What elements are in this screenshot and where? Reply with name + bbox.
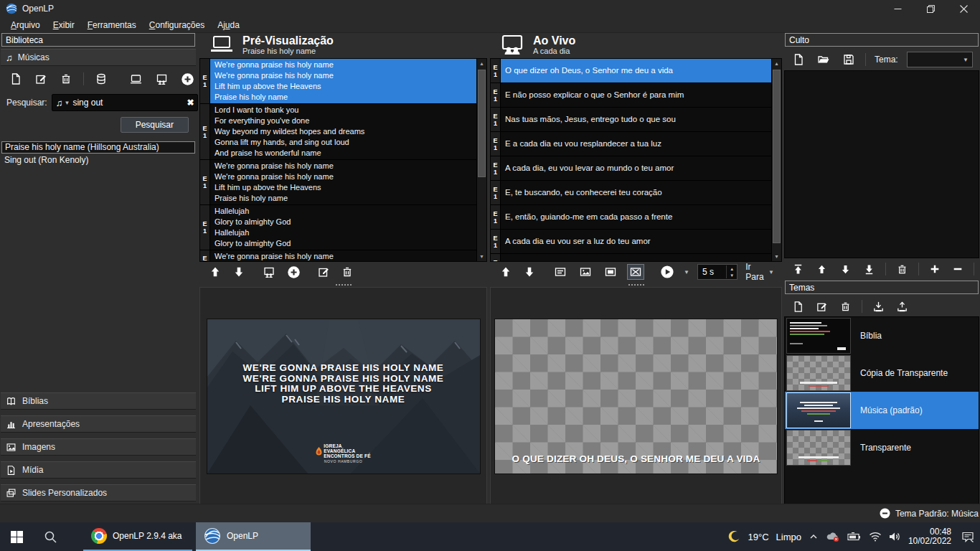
theme-item[interactable]: Cópia de Transparente bbox=[785, 354, 979, 392]
sidebar-item-imagens[interactable]: Imagens bbox=[1, 438, 196, 456]
wifi-icon[interactable] bbox=[869, 532, 882, 542]
collapse-all-button[interactable] bbox=[951, 262, 965, 276]
spin-buttons[interactable]: ▲▼ bbox=[726, 265, 737, 278]
start-button[interactable] bbox=[0, 522, 34, 551]
preview-slide-row[interactable]: E1 We're gonna praise his holy nameWe're… bbox=[200, 160, 477, 205]
splitter-handle[interactable] bbox=[199, 282, 487, 287]
clear-preview-button[interactable] bbox=[339, 264, 355, 280]
weather-temperature[interactable]: 19°C bbox=[748, 532, 768, 542]
scroll-up-icon[interactable]: ▲ bbox=[772, 59, 781, 68]
sidebar-item-slides-personalizados[interactable]: Slides Personalizados bbox=[1, 484, 196, 501]
scroll-up-icon[interactable]: ▲ bbox=[477, 59, 486, 68]
battery-icon[interactable] bbox=[847, 532, 862, 541]
preview-scrollbar[interactable]: ▲ ▼ bbox=[476, 59, 486, 261]
open-service-button[interactable] bbox=[815, 52, 832, 67]
search-type-dropdown-icon[interactable]: ▼ bbox=[64, 100, 70, 106]
service-item-list[interactable] bbox=[784, 70, 979, 258]
next-slide-button[interactable] bbox=[522, 264, 537, 280]
live-slide-row[interactable]: E1 E a cada dia eu vou resplandecer a tu… bbox=[491, 132, 772, 156]
move-to-top-button[interactable] bbox=[791, 262, 806, 277]
menu-ajuda[interactable]: Ajuda bbox=[211, 19, 246, 32]
hide-display-button[interactable] bbox=[627, 264, 644, 280]
taskbar-app-chrome[interactable]: OpenLP 2.9.4 aka 3.... bbox=[83, 522, 192, 551]
theme-item[interactable]: Música (padrão) bbox=[785, 392, 979, 429]
blank-to-theme-button[interactable] bbox=[577, 264, 594, 280]
taskbar-app-openlp[interactable]: OpenLP bbox=[196, 522, 311, 551]
taskbar-clock[interactable]: 00:48 10/02/2022 bbox=[908, 527, 951, 546]
live-slide-row[interactable]: E1 bbox=[491, 254, 772, 261]
moon-icon[interactable] bbox=[727, 530, 740, 543]
search-type-icon[interactable]: ♫ bbox=[56, 98, 63, 108]
move-down-button[interactable] bbox=[231, 264, 247, 280]
live-slide-row[interactable]: E1 E, então, guiando-me em cada passo a … bbox=[491, 205, 772, 230]
delete-from-service-button[interactable] bbox=[895, 262, 910, 277]
song-maintenance-button[interactable] bbox=[93, 71, 109, 87]
scroll-down-icon[interactable]: ▼ bbox=[772, 252, 781, 261]
preview-slide-row[interactable]: E1 HallelujahGlory to almighty GodHallel… bbox=[200, 205, 477, 250]
live-slide-row[interactable]: E1 A cada dia eu vou ser a luz do teu am… bbox=[491, 230, 772, 254]
import-theme-button[interactable] bbox=[871, 299, 886, 314]
move-up-button[interactable] bbox=[814, 262, 829, 277]
new-theme-button[interactable] bbox=[791, 299, 806, 314]
play-slides-dropdown-icon[interactable]: ▼ bbox=[684, 269, 689, 276]
search-button[interactable]: Pesquisar bbox=[121, 117, 189, 133]
preview-slide-row[interactable]: E1 Lord I want to thank youFor everythin… bbox=[200, 104, 477, 160]
close-button[interactable] bbox=[947, 0, 980, 17]
scroll-down-icon[interactable]: ▼ bbox=[477, 252, 486, 261]
search-icon[interactable] bbox=[34, 522, 67, 551]
theme-item[interactable]: Bíblia bbox=[785, 317, 979, 354]
live-slide-row[interactable]: E1 E, te buscando, eu conhecerei teu cor… bbox=[491, 181, 772, 205]
chevron-up-icon[interactable] bbox=[809, 532, 819, 542]
hide-indicator-icon[interactable] bbox=[880, 508, 890, 519]
clear-search-icon[interactable]: ✖ bbox=[187, 98, 194, 108]
new-service-button[interactable] bbox=[791, 52, 806, 67]
spin-up-icon[interactable]: ▲ bbox=[727, 265, 737, 272]
live-scrollbar[interactable]: ▲ ▼ bbox=[771, 59, 781, 261]
spin-down-icon[interactable]: ▼ bbox=[727, 272, 737, 278]
go-to-menu[interactable]: Ir Para ▼ bbox=[745, 262, 774, 282]
search-input-box[interactable]: ♫ ▼ ✖ bbox=[52, 94, 199, 111]
delete-song-button[interactable] bbox=[58, 71, 74, 87]
search-input[interactable] bbox=[71, 97, 185, 108]
live-slide-row[interactable]: E1 E não posso explicar o que o Senhor é… bbox=[491, 83, 772, 108]
result-item[interactable]: Sing out (Ron Kenoly) bbox=[1, 154, 195, 166]
send-to-live-button[interactable] bbox=[154, 71, 170, 87]
weather-condition[interactable]: Limpo bbox=[776, 532, 801, 542]
action-center-icon[interactable] bbox=[961, 531, 974, 543]
menu-exibir[interactable]: Exibir bbox=[47, 19, 81, 32]
add-to-service-button[interactable] bbox=[286, 264, 302, 281]
minimize-button[interactable] bbox=[881, 0, 914, 17]
play-slides-button[interactable] bbox=[659, 263, 676, 281]
preview-slide-row[interactable]: E1 We're gonna praise his holy nameWe're… bbox=[200, 59, 477, 104]
menu-ferramentas[interactable]: Ferramentas bbox=[81, 19, 143, 32]
edit-theme-button[interactable] bbox=[814, 299, 829, 314]
sidebar-item-biblias[interactable]: Bíblias bbox=[1, 392, 196, 410]
save-service-button[interactable] bbox=[841, 52, 857, 67]
export-theme-button[interactable] bbox=[895, 299, 910, 314]
restore-button[interactable] bbox=[914, 0, 947, 17]
result-item[interactable]: Praise his holy name (Hillsong Australia… bbox=[1, 141, 195, 154]
move-to-bottom-button[interactable] bbox=[862, 262, 877, 277]
menu-configuracoes[interactable]: Configurações bbox=[143, 19, 211, 32]
go-live-button[interactable] bbox=[260, 264, 278, 280]
previous-slide-button[interactable] bbox=[498, 264, 514, 280]
sidebar-item-midia[interactable]: Mídia bbox=[1, 461, 196, 479]
volume-icon[interactable] bbox=[889, 532, 901, 542]
edit-song-button[interactable] bbox=[33, 71, 49, 87]
preview-slide-row[interactable]: E1 We're gonna praise his holy nameWe're… bbox=[200, 250, 477, 261]
live-slide-row[interactable]: E1 Nas tuas mãos, Jesus, entrego tudo o … bbox=[491, 108, 772, 132]
add-to-service-button[interactable] bbox=[179, 71, 196, 88]
new-song-button[interactable] bbox=[8, 71, 24, 87]
move-up-button[interactable] bbox=[207, 264, 223, 280]
show-desktop-button[interactable] bbox=[552, 264, 569, 280]
live-slide-row[interactable]: E1 A cada dia, eu vou levar ao mundo o t… bbox=[491, 156, 772, 181]
edit-song-button[interactable] bbox=[316, 264, 331, 280]
splitter-handle[interactable] bbox=[490, 282, 782, 287]
delete-theme-button[interactable] bbox=[838, 299, 853, 314]
menu-arquivo[interactable]: Arquivo bbox=[4, 19, 47, 32]
move-down-button[interactable] bbox=[838, 262, 853, 277]
onedrive-error-icon[interactable] bbox=[826, 531, 840, 542]
songs-section-header[interactable]: ♫ Músicas bbox=[1, 49, 196, 66]
sidebar-item-apresentacoes[interactable]: Apresentações bbox=[1, 415, 196, 433]
blank-to-black-button[interactable] bbox=[602, 264, 619, 280]
